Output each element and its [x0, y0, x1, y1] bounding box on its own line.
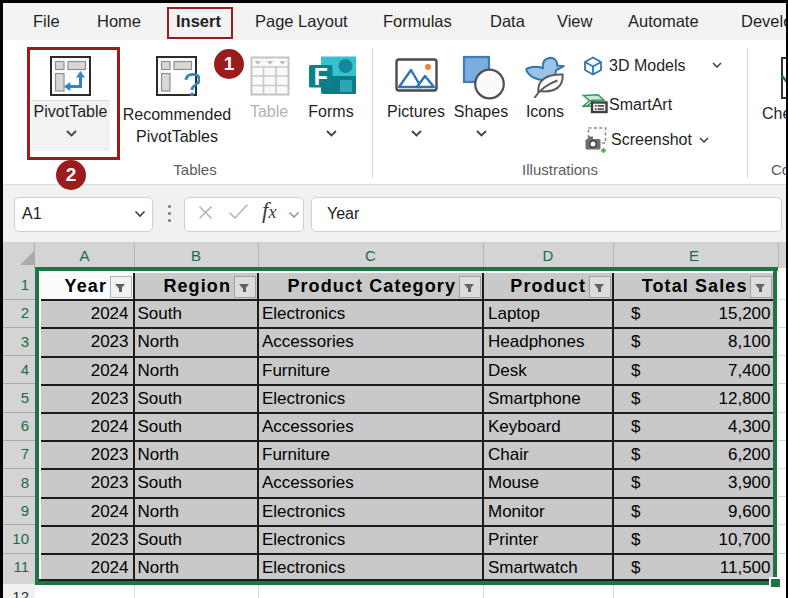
- svg-text:?: ?: [183, 65, 200, 100]
- svg-text:F: F: [314, 64, 328, 90]
